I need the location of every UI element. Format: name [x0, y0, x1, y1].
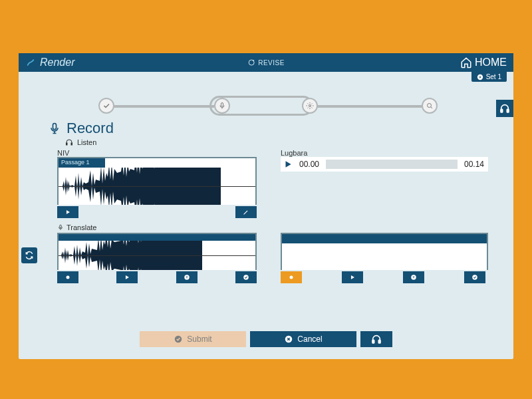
section-title: Record: [48, 120, 114, 137]
svg-rect-2: [501, 109, 503, 112]
edit-button[interactable]: [235, 206, 257, 218]
listen-text: Listen: [77, 138, 96, 146]
headphones-icon: [371, 334, 382, 344]
play-icon: [349, 274, 356, 281]
source-controls: [57, 206, 257, 218]
play-icon: [124, 274, 130, 281]
cancel-label: Cancel: [297, 334, 322, 344]
mic-icon: [57, 224, 64, 231]
delete-button[interactable]: [403, 271, 424, 283]
waveform-midline: [59, 255, 255, 256]
brand: Render: [25, 57, 74, 68]
waveform-empty[interactable]: [282, 243, 487, 270]
translate-pane-header: [59, 234, 255, 241]
set-label: Set 1: [486, 73, 501, 80]
svg-point-11: [66, 276, 70, 279]
gear-icon: [306, 102, 314, 110]
section-title-text: Record: [66, 120, 114, 137]
brand-icon: [25, 57, 36, 68]
set-badge[interactable]: Set 1: [471, 72, 507, 82]
play-circle-icon: [477, 74, 483, 80]
translate-label: Translate: [57, 223, 96, 231]
revise-button[interactable]: REVISE: [247, 59, 285, 66]
close-circle-icon: [410, 274, 417, 281]
listen-label: Listen: [65, 138, 96, 146]
waveform[interactable]: [59, 241, 255, 270]
headphones-button[interactable]: [360, 331, 392, 347]
seek-track[interactable]: [326, 160, 458, 169]
svg-rect-8: [66, 143, 68, 145]
waveform-midline: [59, 186, 255, 187]
waveform[interactable]: [59, 168, 255, 205]
svg-rect-4: [221, 103, 223, 107]
mic-icon: [218, 102, 226, 110]
translate-text: Translate: [66, 223, 96, 231]
check-circle-icon: [174, 334, 183, 344]
svg-point-14: [290, 276, 293, 279]
close-circle-icon: [184, 274, 190, 281]
svg-rect-9: [71, 143, 72, 145]
passage-tab[interactable]: Passage 1: [59, 158, 105, 168]
circle-icon: [65, 274, 71, 281]
brand-text: Render: [40, 57, 74, 68]
headphones-icon: [65, 138, 73, 146]
stepper-track: [309, 105, 428, 108]
sync-side-button[interactable]: [21, 247, 37, 263]
play-icon: [283, 160, 293, 169]
home-button[interactable]: HOME: [460, 57, 507, 68]
home-icon: [460, 57, 472, 68]
step-gear[interactable]: [302, 98, 318, 114]
stepper-track: [106, 105, 214, 108]
app-header: Render REVISE HOME: [19, 53, 513, 72]
translate-empty-pane[interactable]: [281, 233, 488, 270]
cancel-button[interactable]: Cancel: [250, 331, 356, 347]
play-button[interactable]: [342, 271, 363, 283]
target-playback-strip: 00.00 00.14: [281, 157, 488, 172]
submit-button[interactable]: Submit: [140, 331, 246, 347]
step-check[interactable]: [98, 98, 114, 114]
translate-right-controls: [281, 271, 488, 283]
step-search[interactable]: [422, 98, 438, 114]
svg-rect-20: [378, 340, 380, 343]
translate-left-controls: [57, 271, 257, 283]
pencil-icon: [243, 209, 249, 215]
translate-waveform-pane[interactable]: [57, 233, 257, 270]
svg-rect-7: [53, 124, 57, 130]
play-button[interactable]: [116, 271, 138, 283]
search-icon: [426, 102, 434, 110]
check-circle-icon: [243, 274, 249, 281]
home-label: HOME: [475, 57, 507, 68]
svg-rect-10: [60, 225, 62, 228]
revise-label: REVISE: [258, 59, 285, 66]
play-button[interactable]: [57, 206, 78, 218]
step-mic[interactable]: [214, 98, 230, 114]
sync-icon: [25, 251, 34, 260]
check-circle-icon: [471, 274, 478, 281]
source-waveform-pane[interactable]: Passage 1: [57, 157, 257, 205]
confirm-button[interactable]: [464, 271, 485, 283]
record-button-active[interactable]: [281, 271, 302, 283]
svg-rect-19: [372, 340, 374, 343]
headphones-side-button[interactable]: [496, 100, 513, 117]
svg-rect-3: [507, 109, 509, 112]
play-icon: [65, 209, 71, 215]
circle-icon: [288, 274, 295, 281]
record-button[interactable]: [57, 271, 78, 283]
check-icon: [102, 102, 110, 110]
passage-label: Passage 1: [61, 159, 90, 166]
play-button[interactable]: [281, 157, 295, 172]
current-time: 00.00: [295, 160, 323, 169]
svg-point-5: [309, 105, 311, 107]
close-circle-icon: [284, 334, 293, 344]
delete-button[interactable]: [176, 271, 198, 283]
headphones-icon: [499, 103, 510, 114]
footer-actions: Submit Cancel: [19, 331, 513, 347]
submit-label: Submit: [187, 334, 211, 344]
total-time: 00.14: [460, 160, 488, 169]
svg-point-6: [428, 104, 432, 108]
revise-icon: [247, 59, 255, 66]
mic-icon: [48, 122, 61, 135]
translate-right-header: [282, 234, 487, 243]
confirm-button[interactable]: [235, 271, 257, 283]
target-label: Lugbara: [281, 149, 307, 157]
